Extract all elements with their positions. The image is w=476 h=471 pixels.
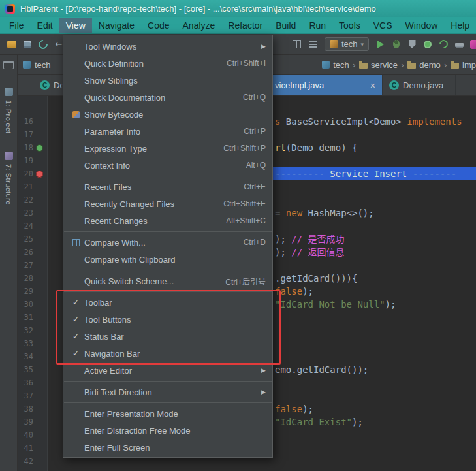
gutter-line-29[interactable]: 29	[18, 285, 47, 298]
gutter-line-30[interactable]: 30	[18, 298, 47, 311]
gutter-line-31[interactable]: 31	[18, 311, 47, 324]
gutter-line-39[interactable]: 39	[18, 415, 47, 429]
view-menu-item-enter-distraction-free-mode[interactable]: Enter Distraction Free Mode	[63, 422, 272, 439]
view-menu-item-compare-with-clipboard[interactable]: Compare with Clipboard	[63, 251, 272, 268]
menubar-item-refactor[interactable]: Refactor	[221, 18, 269, 33]
gutter-line-40[interactable]: 40	[18, 429, 47, 442]
menubar-item-run[interactable]: Run	[302, 18, 332, 33]
tool-stripe-1-project[interactable]: 1: Project	[5, 88, 13, 133]
view-menu-item-compare-with[interactable]: Compare With...Ctrl+D	[63, 234, 272, 251]
breadcrumb-imp[interactable]: imp	[451, 60, 476, 70]
view-menu-item-show-bytecode[interactable]: Show Bytecode	[63, 106, 272, 123]
code-token: s	[275, 116, 286, 127]
menubar-item-file[interactable]: File	[3, 18, 31, 33]
menubar-item-view[interactable]: View	[59, 18, 92, 33]
run-config-combo[interactable]: tech ▾	[325, 37, 369, 51]
menubar-item-analyze[interactable]: Analyze	[176, 18, 222, 33]
coverage-icon[interactable]	[405, 38, 419, 51]
gutter-line-36[interactable]: 36	[18, 376, 47, 389]
breadcrumb-demo[interactable]: demo	[407, 60, 441, 70]
gutter-line-35[interactable]: 35	[18, 363, 47, 376]
grid-icon[interactable]	[291, 38, 304, 51]
gutter-line-28[interactable]: 28	[18, 272, 47, 285]
gutter-line-21[interactable]: 21	[18, 180, 47, 193]
view-menu-item-navigation-bar[interactable]: ✓Navigation Bar	[63, 345, 272, 362]
menubar-item-edit[interactable]: Edit	[31, 18, 59, 33]
gutter-line-27[interactable]: 27	[18, 259, 47, 272]
menubar-item-window[interactable]: Window	[399, 18, 445, 33]
view-menu-item-tool-buttons[interactable]: ✓Tool Buttons	[63, 311, 272, 328]
open-icon[interactable]	[5, 38, 18, 51]
gutter-line-24[interactable]: 24	[18, 219, 47, 233]
run-with-coverage-icon[interactable]	[421, 38, 434, 51]
view-menu-item-enter-presentation-mode[interactable]: Enter Presentation Mode	[63, 405, 272, 422]
gutter-line-19[interactable]: 19	[18, 154, 47, 167]
menu-item-label: Bidi Text Direction	[84, 387, 152, 397]
view-menu-item-context-info[interactable]: Context InfoAlt+Q	[63, 157, 272, 174]
list-icon[interactable]	[306, 38, 319, 51]
view-menu-item-bidi-text-direction[interactable]: Bidi Text Direction▶	[63, 383, 272, 400]
nav-module[interactable]: tech	[23, 60, 51, 70]
menubar-item-code[interactable]: Code	[141, 18, 176, 33]
gutter-line-32[interactable]: 32	[18, 324, 47, 337]
gutter-line-16[interactable]: 16	[18, 115, 47, 128]
breadcrumb-label: tech	[333, 60, 349, 70]
view-menu-item-quick-definition[interactable]: Quick DefinitionCtrl+Shift+I	[63, 55, 272, 72]
view-menu-item-expression-type[interactable]: Expression TypeCtrl+Shift+P	[63, 140, 272, 157]
structure-icon	[5, 152, 13, 160]
menubar-item-build[interactable]: Build	[269, 18, 302, 33]
gutter-line-17[interactable]: 17	[18, 128, 47, 141]
tool-stripe-7-structure[interactable]: 7: Structure	[5, 152, 13, 205]
view-menu-item-parameter-info[interactable]: Parameter InfoCtrl+P	[63, 123, 272, 140]
code-token: );	[385, 299, 396, 310]
gutter-line-18[interactable]: 18	[18, 141, 47, 154]
view-menu-item-active-editor[interactable]: Active Editor▶	[63, 362, 272, 379]
view-menu-item-recent-files[interactable]: Recent FilesCtrl+E	[63, 178, 272, 195]
gutter-line-26[interactable]: 26	[18, 246, 47, 259]
toolwindow-switcher-icon[interactable]	[3, 61, 14, 69]
tab-close-icon[interactable]: ×	[370, 80, 375, 91]
save-icon[interactable]	[21, 38, 34, 51]
view-menu-item-tool-windows[interactable]: Tool Windows▶	[63, 38, 272, 55]
view-menu-item-status-bar[interactable]: ✓Status Bar	[63, 328, 272, 345]
gutter-line-42[interactable]: 42	[18, 455, 47, 468]
gutter-line-34[interactable]: 34	[18, 350, 47, 363]
gutter-line-23[interactable]: 23	[18, 206, 47, 219]
debug-icon[interactable]	[390, 38, 403, 51]
gutter-line-25[interactable]: 25	[18, 233, 47, 246]
code-token: (Demo demo) {	[286, 142, 358, 153]
breadcrumb-tech[interactable]: tech	[322, 60, 349, 70]
view-menu-item-show-siblings[interactable]: Show Siblings	[63, 72, 272, 89]
editor-tab-demo-java[interactable]: CDemo.java	[383, 75, 456, 95]
gutter-icon-slot	[33, 272, 45, 285]
build-icon[interactable]	[452, 38, 466, 51]
view-menu-item-enter-full-screen[interactable]: Enter Full Screen	[63, 439, 272, 456]
gutter-line-22[interactable]: 22	[18, 193, 47, 206]
view-menu-item-recently-changed-files[interactable]: Recently Changed FilesCtrl+Shift+E	[63, 195, 272, 212]
run-icon[interactable]	[374, 38, 387, 51]
breadcrumb-service[interactable]: service	[359, 60, 398, 70]
view-menu-item-toolbar[interactable]: ✓Toolbar	[63, 294, 272, 311]
gutter-line-33[interactable]: 33	[18, 337, 47, 350]
menubar-item-tools[interactable]: Tools	[332, 18, 367, 33]
menubar-item-vcs[interactable]: VCS	[367, 18, 399, 33]
module-icon	[23, 61, 31, 69]
gutter-line-38[interactable]: 38	[18, 402, 47, 415]
sync-icon[interactable]	[37, 38, 50, 51]
profiler-icon[interactable]	[468, 38, 476, 51]
view-menu-item-quick-switch-scheme[interactable]: Quick Switch Scheme...Ctrl+后引号	[63, 272, 272, 289]
gutter-line-41[interactable]: 41	[18, 442, 47, 455]
view-menu-item-quick-documentation[interactable]: Quick DocumentationCtrl+Q	[63, 89, 272, 106]
view-menu-item-recent-changes[interactable]: Recent ChangesAlt+Shift+C	[63, 212, 272, 229]
menubar-item-help[interactable]: Help	[444, 18, 476, 33]
code-token: );	[352, 417, 363, 427]
line-number: 17	[18, 130, 33, 139]
menubar-item-navigate[interactable]: Navigate	[92, 18, 141, 33]
gutter-icon-slot	[33, 128, 45, 141]
editor-gutter[interactable]: 1617181920212223242526272829303132333435…	[18, 96, 48, 471]
gutter-line-20[interactable]: 20	[18, 167, 47, 180]
title-bar[interactable]: HbiParent - [D:\repo-hand\repo-tech\tech…	[0, 0, 476, 17]
gutter-icon-slot	[33, 350, 45, 363]
gutter-line-37[interactable]: 37	[18, 389, 47, 402]
rerun-icon[interactable]	[437, 38, 450, 51]
